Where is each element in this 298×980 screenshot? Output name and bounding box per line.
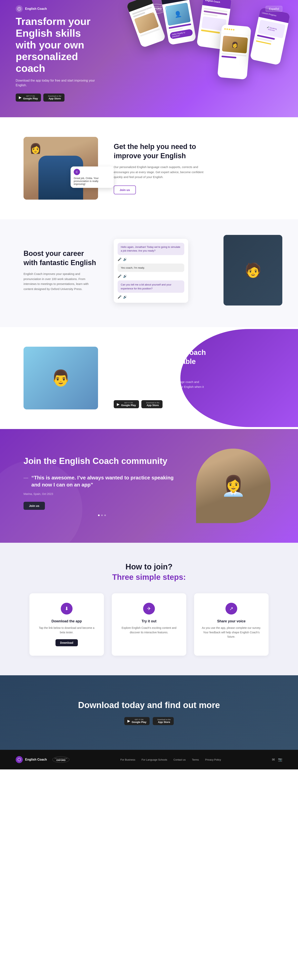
speaker-icon[interactable]: 🔊 [123,258,127,261]
pocket-text-area: An English language coach in your pocket… [114,348,208,409]
share-icon: ↗ [225,603,237,614]
footer: English Coach WITH CONTENT FROM OXFORD F… [0,750,298,769]
step-2-title: Try it out [119,619,179,623]
oxford-logo: WITH CONTENT FROM OXFORD UNIVERSITY PRES… [146,4,166,14]
navigation: C English Coach WITH CONTENT FROM OXFORD… [0,0,298,18]
career-image-area: Hello again, Jonathan! Today we're going… [114,239,274,308]
phone-mockup-4: ⭐⭐⭐⭐⭐ 👩 [217,24,251,80]
join-subtitle: Three simple steps: [24,573,274,582]
help-text: Our personalized English language coach … [114,164,212,180]
bubble-3: Can you tell me a bit about yourself and… [118,280,184,293]
help-title: Get the help you need to improve your En… [114,142,212,161]
dot-2[interactable] [101,514,103,516]
pocket-google-play-button[interactable]: ▶ GET IT ON Google Play [114,400,139,408]
app-store-label: Download on the [48,95,61,97]
join-steps-container: ⬇ Download the app Tap the link below to… [24,593,274,656]
footer-link-business[interactable]: For Business [120,758,135,761]
download-apple-label: Download on the [158,719,171,721]
download-google-label: GET IT ON [132,719,147,721]
pocket-image-area: 👨 [24,347,98,409]
download-app-store-button[interactable]: Download on the App Store [153,717,174,725]
hero-store-buttons: ▶ GET IT ON Google Play Download on the … [16,94,102,102]
footer-link-contact[interactable]: Contact us [174,758,186,761]
step-3: ↗ Share your voice As you use the app, p… [194,593,269,656]
step-1-title: Download the app [37,619,97,623]
google-play-name: Google Play [23,97,38,100]
career-text-area: Boost your career with fantastic English… [24,249,98,297]
step-1: ⬇ Download the app Tap the link below to… [29,593,104,656]
pocket-apple-label: Download on the [146,402,159,404]
download-apple-name: App Store [158,721,171,724]
download-title: Download today and find out more [78,700,220,710]
help-text-area: Get the help you need to improve your En… [114,142,212,194]
footer-link-privacy[interactable]: Privacy Policy [205,758,221,761]
career-person-image: 🧑 [223,235,282,305]
step-2-text: Explore English Coach's exciting content… [119,626,179,635]
instagram-icon[interactable]: 📷 [278,757,282,762]
pocket-google-name: Google Play [121,404,136,407]
pocket-title: An English language coach in your pocket… [114,348,208,375]
community-person-image: 👩‍💼 [196,449,271,523]
oxford-line1: WITH CONTENT FROM [149,6,164,7]
pocket-text: Gain confidence by speaking to your Engl… [114,379,208,395]
step-1-text: Tap the link below to download and becom… [37,626,97,635]
coach-icon: C [74,169,80,175]
join-title: How to join? [24,562,274,571]
hero-content: Transform your English skills with your … [0,0,118,117]
email-icon[interactable]: ✉ [272,757,275,762]
step-1-button[interactable]: Download [56,639,78,646]
help-section: 👩 C Great job, Cintia. Your pronunciatio… [0,117,298,219]
download-google-icon: ▶ [127,719,130,723]
pocket-person-image: 👨 [24,347,98,409]
step-3-text: As you use the app, please complete our … [201,626,261,639]
mic-icon-2[interactable]: 🎤 [118,274,121,278]
pocket-google-icon: ▶ [117,402,120,406]
career-section: Boost your career with fantastic English… [0,219,298,327]
step-3-title: Share your voice [201,619,261,623]
footer-logo-icon [16,756,23,763]
oxford-line3: UNIVERSITY PRESS [150,10,163,11]
download-buttons: ▶ GET IT ON Google Play Download on the … [124,717,174,725]
brand-name: English Coach [25,7,47,11]
interview-chat: Hello again, Jonathan! Today we're going… [114,239,188,303]
career-title: Boost your career with fantastic English [24,249,98,267]
pocket-store-buttons: ▶ GET IT ON Google Play Download on the … [114,400,208,408]
footer-oxford-logo: WITH CONTENT FROM OXFORD [53,756,69,763]
google-play-button[interactable]: ▶ GET IT ON Google Play [16,94,41,102]
chat-bubble-text: Great job, Cintia. Your pronunciation is… [74,177,99,186]
speaker-icon-3[interactable]: 🔊 [123,295,127,299]
try-icon: ✈ [143,603,155,614]
download-overlay [0,675,298,750]
mic-icon-3[interactable]: 🎤 [118,295,121,299]
help-chat-bubble: C Great job, Cintia. Your pronunciation … [70,167,114,188]
download-google-play-button[interactable]: ▶ GET IT ON Google Play [124,717,150,725]
dot-1[interactable] [98,514,100,516]
step-2: ✈ Try it out Explore English Coach's exc… [112,593,186,656]
dot-3[interactable] [104,514,106,516]
footer-link-terms[interactable]: Terms [192,758,199,761]
help-join-button[interactable]: Join us [114,186,136,194]
hero-section: C English Coach WITH CONTENT FROM OXFORD… [0,0,298,117]
join-section: How to join? Three simple steps: ⬇ Downl… [0,543,298,675]
google-play-label: GET IT ON [23,95,38,97]
pocket-google-label: GET IT ON [121,402,136,404]
hero-subtitle: Download the app today for free and star… [16,78,102,88]
career-text: English Coach improves your speaking and… [24,271,98,291]
footer-logo: English Coach WITH CONTENT FROM OXFORD [16,756,69,763]
speaker-icon-2[interactable]: 🔊 [123,274,127,278]
bubble-1: Hello again, Jonathan! Today we're going… [118,243,184,255]
app-store-name: App Store [48,97,61,100]
svg-point-2 [18,758,21,761]
download-section: Download today and find out more ▶ GET I… [0,675,298,750]
community-image-area: 👩‍💼 [196,449,274,523]
hero-title: Transform your English skills with your … [16,16,102,74]
footer-link-schools[interactable]: For Language Schools [142,758,167,761]
download-icon: ⬇ [61,603,73,614]
help-image-area: 👩 C Great job, Cintia. Your pronunciatio… [24,137,98,200]
language-button[interactable]: Español [266,6,282,12]
google-play-icon: ▶ [19,95,22,100]
mic-icon[interactable]: 🎤 [118,258,121,261]
pocket-app-store-button[interactable]: Download on the App Store [141,400,163,408]
app-store-button[interactable]: Download on the App Store [43,94,64,102]
footer-oxford-line2: OXFORD [56,759,65,761]
